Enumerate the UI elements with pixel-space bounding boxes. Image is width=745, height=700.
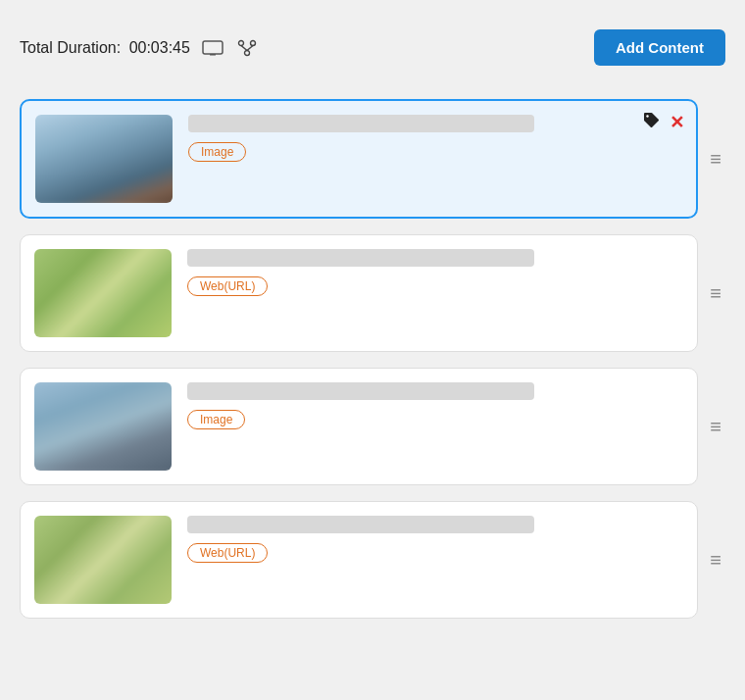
top-bar: Total Duration: 00:03:45 Add Content [20,20,725,75]
thumbnail-image [34,516,172,604]
content-row-wrapper: Image≡ [20,368,725,485]
svg-rect-0 [203,41,223,54]
screen-icon-button[interactable] [200,38,225,58]
type-badge: Image [188,142,246,162]
content-card[interactable]: Web(URL) [20,234,698,352]
content-card[interactable]: Web(URL) [20,501,698,619]
fork-icon [237,39,257,57]
add-content-button[interactable]: Add Content [594,29,725,66]
svg-point-7 [647,115,649,117]
content-row-wrapper: Image✕≡ [20,99,725,219]
svg-point-3 [250,40,255,45]
content-card[interactable]: Image✕ [20,99,698,219]
screen-icon [202,40,224,56]
total-duration-label: Total Duration: 00:03:45 [20,39,190,57]
svg-line-5 [241,45,247,50]
content-info: Image [188,115,682,162]
thumbnail-image [34,382,172,471]
drag-handle[interactable]: ≡ [706,412,725,442]
svg-point-4 [244,50,249,55]
content-row-wrapper: Web(URL)≡ [20,234,725,352]
type-badge: Web(URL) [187,543,268,563]
thumbnail [34,249,172,337]
content-info: Web(URL) [187,516,683,563]
thumbnail-image [34,249,172,337]
svg-rect-1 [210,54,216,56]
content-row-wrapper: Web(URL)≡ [20,501,725,619]
thumbnail-image [35,115,173,203]
content-card[interactable]: Image [20,368,698,485]
content-info: Web(URL) [187,249,683,296]
content-list: Image✕≡Web(URL)≡Image≡Web(URL)≡ [20,99,725,619]
drag-handle[interactable]: ≡ [706,545,725,575]
svg-point-2 [238,40,243,45]
close-icon[interactable]: ✕ [670,112,684,133]
content-title [187,382,534,400]
thumbnail [34,382,172,471]
tag-icon[interactable] [642,111,660,133]
thumbnail [34,516,172,604]
drag-handle[interactable]: ≡ [706,144,725,175]
card-actions: ✕ [642,111,684,133]
fork-icon-button[interactable] [235,37,259,59]
content-info: Image [187,382,683,429]
svg-line-6 [247,45,253,50]
content-title [187,516,534,533]
type-badge: Web(URL) [187,276,268,296]
type-badge: Image [187,410,245,429]
drag-handle[interactable]: ≡ [706,278,725,309]
thumbnail [35,115,173,203]
content-title [187,249,534,267]
content-title [188,115,534,132]
top-bar-left: Total Duration: 00:03:45 [20,37,259,59]
